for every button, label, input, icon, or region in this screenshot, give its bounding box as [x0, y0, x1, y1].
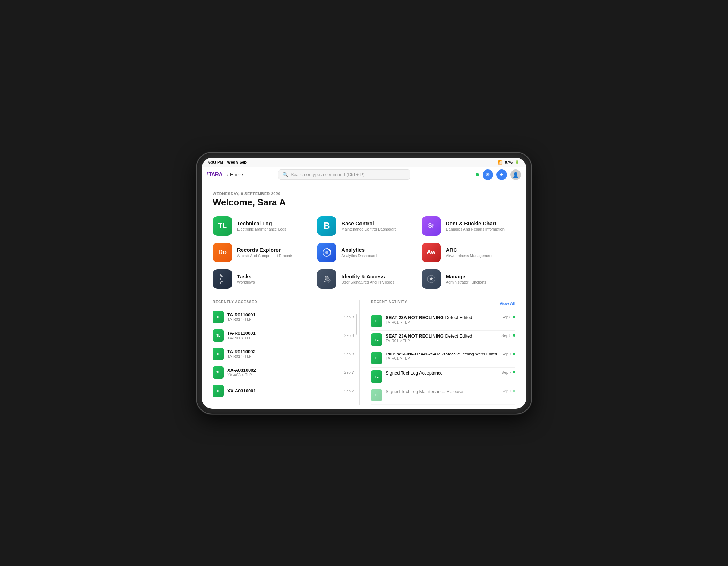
app-name-identity-access: Identity & Access — [341, 273, 394, 279]
app-name-records-explorer: Records Explorer — [237, 247, 293, 253]
app-item-arc[interactable]: Aw ARC Airworthiness Management — [422, 243, 515, 262]
list-item-date: Sep 8 — [344, 315, 354, 319]
status-left: 6:03 PM Wed 9 Sep — [208, 160, 247, 164]
search-bar[interactable]: 🔍 Search or type a command (Ctrl + P) — [278, 169, 410, 180]
list-item-date: Sep 8 — [344, 352, 354, 356]
bottom-grid: RECENTLY ACCESSED TL TA-R0110001 TA-R01 … — [213, 300, 515, 405]
list-item[interactable]: TL TA-R0110001 TA-R01 > TLP Sep 8 — [213, 308, 354, 326]
activity-title-rest: Signed TechLog Maintenance Release — [386, 389, 463, 394]
activity-item[interactable]: TL SEAT 23A NOT RECLINING Defect Edited … — [371, 331, 515, 349]
list-item-icon: TL — [213, 366, 224, 379]
svg-point-1 — [325, 251, 328, 254]
device-frame: 6:03 PM Wed 9 Sep 📶 97% 🔋 \ TARA ‹ Home … — [197, 153, 531, 414]
activity-sub: TA-R01 > TLP — [386, 356, 498, 360]
activity-title-rest: Signed TechLog Acceptance — [386, 370, 443, 376]
activity-item[interactable]: TL Signed TechLog Maintenance Release Se… — [371, 386, 515, 405]
activity-info: Signed TechLog Acceptance — [386, 370, 498, 376]
app-info-manage: Manage Administrator Functions — [446, 273, 486, 284]
activity-item[interactable]: TL SEAT 23A NOT RECLINING Defect Edited … — [371, 312, 515, 331]
app-item-manage[interactable]: Manage Administrator Functions — [422, 269, 515, 289]
activity-date-wrap: Sep 7 — [501, 389, 515, 393]
list-item-info: TA-R0110001 TA-R01 > TLP — [227, 312, 340, 322]
app-name-base-control: Base Control — [341, 220, 396, 226]
activity-date: Sep 7 — [501, 389, 511, 393]
app-item-dent-buckle[interactable]: Sr Dent & Buckle Chart Damages And Repai… — [422, 216, 515, 236]
activity-info: SEAT 23A NOT RECLINING Defect Edited TA-… — [386, 315, 498, 324]
activity-date: Sep 8 — [501, 333, 511, 338]
status-right: 📶 97% 🔋 — [498, 160, 520, 165]
app-name-tasks: Tasks — [237, 273, 255, 279]
app-grid: TL Technical Log Electronic Maintenance … — [213, 216, 515, 289]
list-item-sub: TA-R01 > TLP — [227, 317, 340, 322]
app-icon-dent-buckle: Sr — [422, 216, 441, 236]
app-name-technical-log: Technical Log — [237, 220, 286, 226]
battery-icon: 🔋 — [515, 160, 520, 164]
activity-date-wrap: Sep 7 — [501, 352, 515, 356]
activity-icon: TL — [371, 352, 382, 364]
nav-breadcrumb: ‹ Home — [227, 172, 243, 178]
scroll-indicator — [356, 314, 357, 335]
app-desc-tasks: Workflows — [237, 280, 255, 284]
app-item-analytics[interactable]: Analytics Analytics Dashboard — [317, 243, 411, 262]
nav-bar: \ TARA ‹ Home 🔍 Search or type a command… — [202, 167, 526, 183]
app-name-manage: Manage — [446, 273, 486, 279]
app-info-base-control: Base Control Maintenance Control Dashboa… — [341, 220, 396, 231]
logo-slash: \ — [207, 172, 208, 178]
app-icon-identity-access — [317, 269, 336, 289]
search-icon: 🔍 — [282, 172, 288, 177]
breadcrumb-label: Home — [230, 172, 243, 178]
app-icon-analytics — [317, 243, 336, 262]
activity-info: Signed TechLog Maintenance Release — [386, 389, 498, 394]
list-item-sub: TA-R01 > TLP — [227, 354, 340, 359]
activity-title: 1d079be1-F096-11ea-862c-47d5873eaa3e Tec… — [386, 352, 498, 356]
avatar[interactable]: 👤 — [510, 169, 521, 180]
online-status-dot — [476, 173, 479, 176]
logo-text: TARA — [208, 172, 222, 178]
app-item-technical-log[interactable]: TL Technical Log Electronic Maintenance … — [213, 216, 306, 236]
list-item-date: Sep 7 — [344, 389, 354, 393]
list-item[interactable]: TL TA-R0110001 TA-R01 > TLP Sep 8 — [213, 326, 354, 345]
app-item-records-explorer[interactable]: Do Records Explorer Aircraft And Compone… — [213, 243, 306, 262]
app-icon-arc: Aw — [422, 243, 441, 262]
device-screen: 6:03 PM Wed 9 Sep 📶 97% 🔋 \ TARA ‹ Home … — [202, 158, 526, 409]
activity-dot — [513, 334, 515, 337]
activity-title-bold: 1d079be1-F096-11ea-862c-47d5873eaa3e — [386, 352, 460, 356]
recently-accessed-title: RECENTLY ACCESSED — [213, 300, 354, 304]
list-item[interactable]: TL TA-R0110002 TA-R01 > TLP Sep 8 — [213, 345, 354, 363]
app-icon-manage — [422, 269, 441, 289]
list-item-icon: TL — [213, 329, 224, 342]
app-desc-technical-log: Electronic Maintenance Logs — [237, 227, 286, 231]
activity-title-rest: Techlog Water Edited — [460, 352, 497, 356]
list-item-info: TA-R0110002 TA-R01 > TLP — [227, 349, 340, 359]
svg-point-5 — [430, 278, 432, 280]
activity-info: SEAT 23A NOT RECLINING Defect Edited TA-… — [386, 333, 498, 343]
date-display: Wed 9 Sep — [227, 160, 247, 164]
list-item-info: XX-A0310001 — [227, 388, 340, 393]
view-all-button[interactable]: View All — [500, 301, 515, 306]
app-info-tasks: Tasks Workflows — [237, 273, 255, 284]
recent-activity-title: RECENT ACTIVITY — [371, 300, 407, 304]
list-item[interactable]: TL XX-A0310002 XX-A03 > TLP Sep 7 — [213, 363, 354, 382]
recently-accessed-section: RECENTLY ACCESSED TL TA-R0110001 TA-R01 … — [213, 300, 360, 405]
list-item[interactable]: TL XX-A0310001 Sep 7 — [213, 382, 354, 400]
activity-dot — [513, 390, 515, 392]
activity-date-wrap: Sep 8 — [501, 315, 515, 319]
theme-toggle-button[interactable]: ☀ — [483, 169, 493, 180]
list-item-icon: TL — [213, 348, 224, 360]
app-item-base-control[interactable]: B Base Control Maintenance Control Dashb… — [317, 216, 411, 236]
list-item-icon: TL — [213, 311, 224, 323]
app-name-dent-buckle: Dent & Buckle Chart — [446, 220, 505, 226]
search-placeholder: Search or type a command (Ctrl + P) — [291, 172, 365, 177]
list-item-info: TA-R0110001 TA-R01 > TLP — [227, 331, 340, 340]
main-content: WEDNESDAY, 9 SEPTEMBER 2020 Welcome, Sar… — [202, 183, 526, 409]
favorites-button[interactable]: ★ — [496, 169, 507, 180]
app-item-identity-access[interactable]: Identity & Access User Signatures And Pr… — [317, 269, 411, 289]
app-desc-manage: Administrator Functions — [446, 280, 486, 284]
app-logo[interactable]: \ TARA — [207, 172, 222, 178]
activity-item[interactable]: TL 1d079be1-F096-11ea-862c-47d5873eaa3e … — [371, 349, 515, 368]
app-item-tasks[interactable]: ✓ Tasks Workflows — [213, 269, 306, 289]
activity-date-wrap: Sep 7 — [501, 370, 515, 375]
app-icon-tl: TL — [213, 216, 232, 236]
activity-item[interactable]: TL Signed TechLog Acceptance Sep 7 — [371, 368, 515, 386]
activity-info: 1d079be1-F096-11ea-862c-47d5873eaa3e Tec… — [386, 352, 498, 360]
